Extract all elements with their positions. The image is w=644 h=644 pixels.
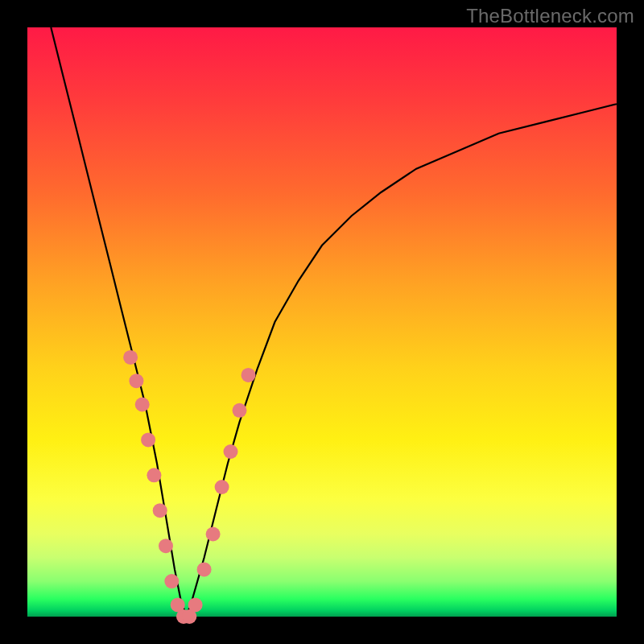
marker-group (123, 350, 255, 624)
marker-dot (123, 350, 138, 365)
watermark-text: TheBottleneck.com (466, 5, 634, 27)
marker-dot (206, 527, 221, 542)
marker-dot (159, 539, 173, 553)
marker-dot (147, 468, 161, 482)
marker-dot (188, 597, 203, 612)
marker-dot (233, 403, 247, 418)
marker-dot (197, 562, 212, 576)
plot-area (27, 27, 617, 617)
marker-dot (164, 574, 179, 588)
bottleneck-curve (51, 27, 617, 617)
marker-dot (224, 444, 238, 459)
marker-dot (129, 374, 143, 388)
marker-dot (135, 398, 150, 412)
chart-svg (27, 27, 617, 617)
marker-dot (215, 480, 229, 494)
marker-dot (153, 503, 167, 518)
marker-dot (141, 432, 155, 447)
chart-frame: TheBottleneck.com (0, 0, 644, 644)
marker-dot (242, 368, 256, 382)
